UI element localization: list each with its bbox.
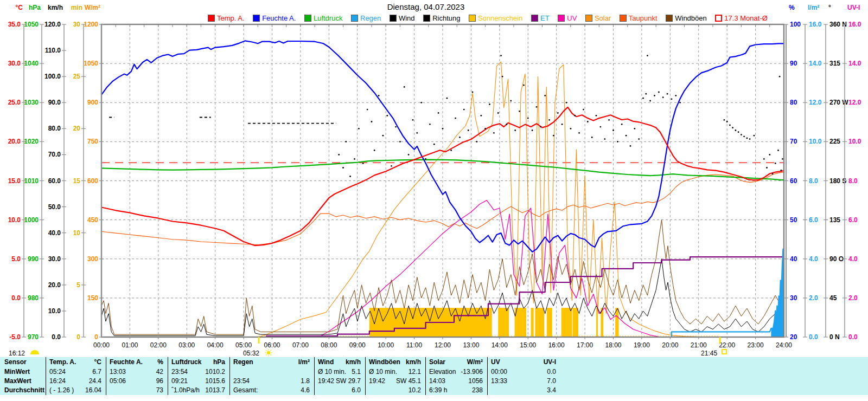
legend-label-luftdruck: Luftdruck [314,14,342,22]
sunset-icon [722,350,726,354]
x-tick-24:00: 24:00 [776,341,792,349]
tick-label-hpa-8: 970 [28,333,39,341]
x-axis-labels: 00:0001:0002:0003:0004:0005:0006:0007:00… [93,341,792,349]
cell-left: Regen [233,357,253,367]
cell-left: 19:42 [369,377,385,386]
cell-minwert-temp-a-: 05:246.7 [46,367,106,377]
legend-swatch-temp-a-icon [208,15,215,22]
legend-swatch-et-icon [531,15,538,22]
legend-label-solar: Solar [595,14,611,22]
cell-sensor-feuchte-a-: Feuchte A.% [106,357,168,367]
table-filler [560,357,868,367]
cell-left: Gesamt: [233,386,258,395]
legend-label-regen: Regen [360,14,381,22]
legend-label-windboeen: Windböen [675,14,707,22]
legend-label-uv: UV [567,14,577,22]
tick-label-min-2: 20 [73,125,81,132]
x-tick-08:00: 08:00 [321,341,337,349]
cell-right: 1015.6 [205,377,225,386]
cell-minwert-solar: Elevation-13.906 [425,367,487,377]
x-tick-17:00: 17:00 [577,341,593,349]
cell-maxwert-wind: 19:42SW 29.7 [314,377,365,386]
cell-left: 09:21 [171,377,188,386]
cell-right: SW 45.1 [396,377,421,386]
cell-left: Windböen [369,357,400,367]
cell-left: Feuchte A. [110,357,143,367]
cell-right: 0.0 [547,367,556,377]
cell-right: km/h [346,357,361,367]
x-tick-01:00: 01:00 [122,341,138,349]
legend-item-luftdruck: Luftdruck [304,14,342,22]
tick-label-pct-2: 80 [790,99,797,106]
richtung-dots [338,55,783,177]
cell-left: Elevation [429,367,456,377]
cell-left: ˆ1.0hPa/h [171,386,200,395]
cell-right: -13.906 [461,367,483,377]
cell-right: 1010.2 [205,367,225,377]
cell-left: 23:54 [171,367,188,377]
cell-right: 7.0 [547,377,556,386]
legend-item-sonnenschein: Sonnenschein [469,14,522,22]
cell-right: 42 [156,367,163,377]
sunrise-time: 05:32 [243,350,259,357]
tick-label-lm2-0: 16.0 [809,21,822,28]
tick-label-c-1: 30.0 [8,60,21,67]
tick-label-min-6: 0 [76,333,80,341]
tick-label-wm2-2: 900 [87,99,98,106]
sunshine-bars [259,308,720,337]
cell-right: °C [94,357,101,367]
table-filler [560,386,868,395]
x-tick-13:00: 13:00 [463,341,479,349]
cell-right: 6.7 [92,367,101,377]
tick-label-pct-8: 20 [790,333,797,341]
tick-label-uvi-1: 14.0 [848,60,861,67]
x-tick-07:00: 07:00 [292,341,309,349]
y-axis-lm2: 16.014.012.010.08.06.04.02.00.0l/m² [803,4,822,341]
tick-label-deg-5: 135 [829,216,840,224]
cell-left: 05:06 [110,377,126,386]
x-tick-04:00: 04:00 [207,341,224,349]
cell-left: 05:24 [49,367,66,377]
table-row-durchschnitt: Durchschnitt( - 1.26 )16.0473ˆ1.0hPa/h10… [0,386,868,395]
cell-right: 12.1 [409,367,421,377]
x-tick-09:00: 09:00 [349,341,366,349]
legend-swatch-richtung-icon [423,15,430,22]
tick-label-kmh-0: 120.0 [44,21,61,28]
legend-item-et: ET [531,14,550,22]
tick-label-wm2-7: 150 [87,294,98,302]
tick-label-kmh-11: 10.0 [48,307,61,315]
x-tick-15:00: 15:00 [520,341,536,349]
cell-right: 6.0 [352,386,361,395]
x-tick-23:00: 23:00 [748,341,764,349]
cell-left: Ø 10 min. [318,367,346,377]
row-label-sensor: Sensor [0,357,46,367]
row-label-durchschnitt: Durchschnitt [0,386,46,395]
y-axis-uvi: 16.014.012.010.08.06.04.02.00.0UV-I [843,4,861,341]
x-tick-21:00: 21:00 [691,341,707,349]
cell-right: 73 [156,386,163,395]
cell-durchschnitt-windb-en: 10.2 [365,386,425,395]
tick-label-pct-5: 50 [790,216,797,224]
tick-label-c-7: 0.0 [11,294,21,302]
tick-label-hpa-5: 1000 [24,216,39,224]
tick-label-kmh-1: 110.0 [45,47,61,54]
tick-label-wm2-6: 300 [87,255,98,263]
legend-swatch-wind-icon [390,15,397,22]
cell-sensor-luftdruck: LuftdruckhPa [168,357,229,367]
tick-label-kmh-6: 60.0 [48,177,61,185]
cell-right: 238 [472,386,483,395]
tick-label-pct-7: 30 [790,294,797,302]
x-tick-22:00: 22:00 [719,341,735,349]
cell-minwert-luftdruck: 23:541010.2 [168,367,229,377]
x-tick-16:00: 16:00 [548,341,565,349]
tick-label-lm2-6: 4.0 [809,255,818,263]
legend-item-temp-a: Temp. A. [208,14,245,22]
cell-right: hPa [213,357,225,367]
legend-swatch-uv-icon [558,15,565,22]
x-tick-11:00: 11:00 [406,341,422,349]
y-axis-min: 302520151050min [71,4,86,341]
x-tick-05:00: 05:00 [235,341,252,349]
tick-label-hpa-2: 1030 [24,99,39,106]
tick-label-kmh-12: 0.0 [52,333,61,341]
legend-swatch-luftdruck-icon [304,15,311,22]
